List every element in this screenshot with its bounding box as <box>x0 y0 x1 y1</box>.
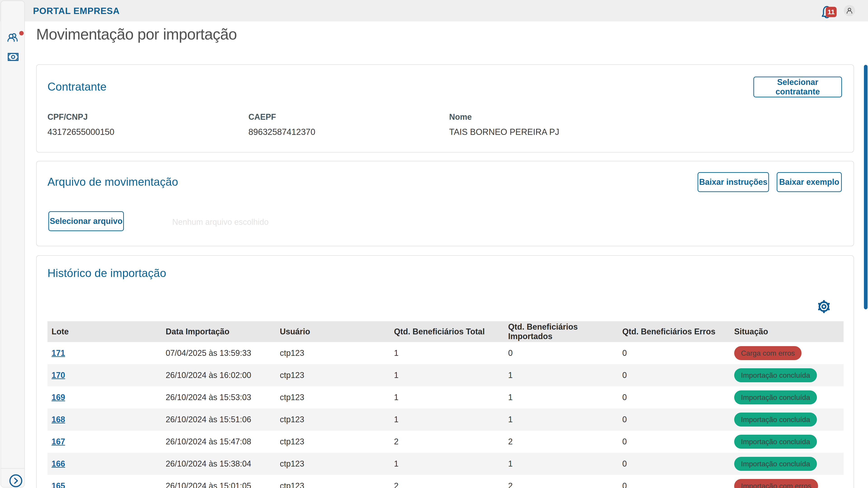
nome-field: Nome TAIS BORNEO PEREIRA PJ <box>449 112 559 137</box>
col-qtd-total: Qtd. Beneficiários Total <box>390 327 504 336</box>
table-row: 17107/04/2025 às 13:59:33ctp123100Carga … <box>48 342 844 364</box>
user-avatar[interactable] <box>844 5 855 16</box>
cell-usuario: ctp123 <box>276 437 390 447</box>
cell-qtd-erros: 0 <box>618 481 730 488</box>
cell-qtd-importados: 1 <box>504 415 618 424</box>
nome-label: Nome <box>449 112 559 122</box>
notification-count-badge[interactable]: 11 <box>826 7 837 17</box>
cell-situacao: Importação concluída <box>730 457 844 471</box>
cell-situacao: Carga com erros <box>730 346 844 360</box>
cell-data-importacao: 26/10/2024 às 16:02:00 <box>162 370 276 380</box>
cell-qtd-importados: 0 <box>504 348 618 358</box>
contratante-card: Contratante Selecionar contratante CPF/C… <box>36 64 854 153</box>
col-qtd-erros: Qtd. Beneficiários Erros <box>618 327 730 336</box>
select-contratante-button[interactable]: Selecionar contratante <box>753 76 842 97</box>
sidebar-notification-dot <box>19 31 24 35</box>
cell-lote: 169 <box>48 393 162 402</box>
expand-sidebar-button[interactable] <box>9 474 23 488</box>
cell-qtd-importados: 1 <box>504 393 618 402</box>
vertical-scrollbar-thumb[interactable] <box>864 65 868 309</box>
table-row: 16726/10/2024 às 15:47:08ctp123220Import… <box>48 431 844 453</box>
lote-link[interactable]: 168 <box>52 415 65 424</box>
cell-qtd-total: 1 <box>390 370 504 380</box>
cell-data-importacao: 26/10/2024 às 15:38:04 <box>162 459 276 468</box>
cell-lote: 168 <box>48 415 162 424</box>
table-settings-button[interactable] <box>816 299 831 314</box>
caepf-value: 89632587412370 <box>248 127 315 137</box>
historico-card: Histórico de importação Lote Data Import… <box>36 255 854 488</box>
caepf-label: CAEPF <box>248 112 315 122</box>
cell-situacao: Importação concluída <box>730 413 844 427</box>
cell-lote: 166 <box>48 459 162 468</box>
cell-qtd-importados: 2 <box>504 481 618 488</box>
status-badge: Carga com erros <box>734 346 802 360</box>
page-title: Movimentação por importação <box>36 25 237 43</box>
cell-qtd-erros: 0 <box>618 393 730 402</box>
cell-usuario: ctp123 <box>276 481 390 488</box>
banknote-icon <box>8 53 19 61</box>
lote-link[interactable]: 166 <box>52 459 65 468</box>
cpf-cnpj-label: CPF/CNPJ <box>48 112 114 122</box>
cell-usuario: ctp123 <box>276 348 390 358</box>
table-row: 16826/10/2024 às 15:51:06ctp123110Import… <box>48 409 844 431</box>
contratante-title: Contratante <box>48 80 106 93</box>
table-row: 17026/10/2024 às 16:02:00ctp123110Import… <box>48 364 844 386</box>
cell-qtd-erros: 0 <box>618 437 730 447</box>
sidebar-item-beneficiaries[interactable] <box>7 33 19 42</box>
cell-qtd-erros: 0 <box>618 370 730 380</box>
lote-link[interactable]: 167 <box>52 437 65 446</box>
download-instructions-button[interactable]: Baixar instruções <box>698 172 769 192</box>
lote-link[interactable]: 165 <box>52 481 65 488</box>
cell-usuario: ctp123 <box>276 459 390 468</box>
col-usuario: Usuário <box>276 327 390 336</box>
download-example-button[interactable]: Baixar exemplo <box>777 172 842 192</box>
cell-qtd-erros: 0 <box>618 348 730 358</box>
sidebar <box>0 0 25 488</box>
cell-usuario: ctp123 <box>276 370 390 380</box>
cell-data-importacao: 26/10/2024 às 15:53:03 <box>162 393 276 402</box>
status-badge: Importação concluída <box>734 457 817 471</box>
users-icon <box>7 33 19 42</box>
top-header-bar <box>0 0 868 22</box>
cell-lote: 165 <box>48 481 162 488</box>
no-file-chosen-text: Nenhum arquivo escolhido <box>172 217 269 227</box>
cell-qtd-importados: 1 <box>504 370 618 380</box>
cell-qtd-erros: 0 <box>618 415 730 424</box>
table-body: 17107/04/2025 às 13:59:33ctp123100Carga … <box>48 342 844 488</box>
cell-qtd-importados: 2 <box>504 437 618 447</box>
cell-qtd-total: 1 <box>390 393 504 402</box>
status-badge: Importação concluída <box>734 413 817 427</box>
sidebar-divider <box>1 468 24 468</box>
cell-qtd-erros: 0 <box>618 459 730 468</box>
status-badge: Importação com erros <box>734 479 818 488</box>
cell-qtd-total: 1 <box>390 415 504 424</box>
cell-qtd-total: 2 <box>390 481 504 488</box>
cell-qtd-total: 1 <box>390 348 504 358</box>
select-file-button[interactable]: Selecionar arquivo <box>49 211 124 231</box>
cell-lote: 170 <box>48 370 162 380</box>
col-lote: Lote <box>48 327 162 336</box>
cell-data-importacao: 26/10/2024 às 15:47:08 <box>162 437 276 447</box>
nome-value: TAIS BORNEO PEREIRA PJ <box>449 127 559 137</box>
col-situacao: Situação <box>730 327 844 336</box>
caepf-field: CAEPF 89632587412370 <box>248 112 315 137</box>
chevron-right-circle-icon <box>9 474 23 488</box>
lote-link[interactable]: 170 <box>52 370 65 380</box>
sidebar-item-financial[interactable] <box>8 53 19 61</box>
status-badge: Importação concluída <box>734 435 817 449</box>
status-badge: Importação concluída <box>734 390 817 404</box>
cell-lote: 171 <box>48 348 162 358</box>
cell-situacao: Importação concluída <box>730 435 844 449</box>
cell-situacao: Importação concluída <box>730 368 844 382</box>
cell-data-importacao: 26/10/2024 às 15:01:05 <box>162 481 276 488</box>
cell-qtd-importados: 1 <box>504 459 618 468</box>
status-badge: Importação concluída <box>734 368 817 382</box>
arquivo-card: Arquivo de movimentação Baixar instruçõe… <box>36 161 854 246</box>
cell-data-importacao: 07/04/2025 às 13:59:33 <box>162 348 276 358</box>
cell-usuario: ctp123 <box>276 415 390 424</box>
col-data-importacao: Data Importação <box>162 327 276 336</box>
lote-link[interactable]: 171 <box>52 348 65 358</box>
cell-lote: 167 <box>48 437 162 447</box>
lote-link[interactable]: 169 <box>52 393 65 402</box>
table-row: 16926/10/2024 às 15:53:03ctp123110Import… <box>48 386 844 409</box>
